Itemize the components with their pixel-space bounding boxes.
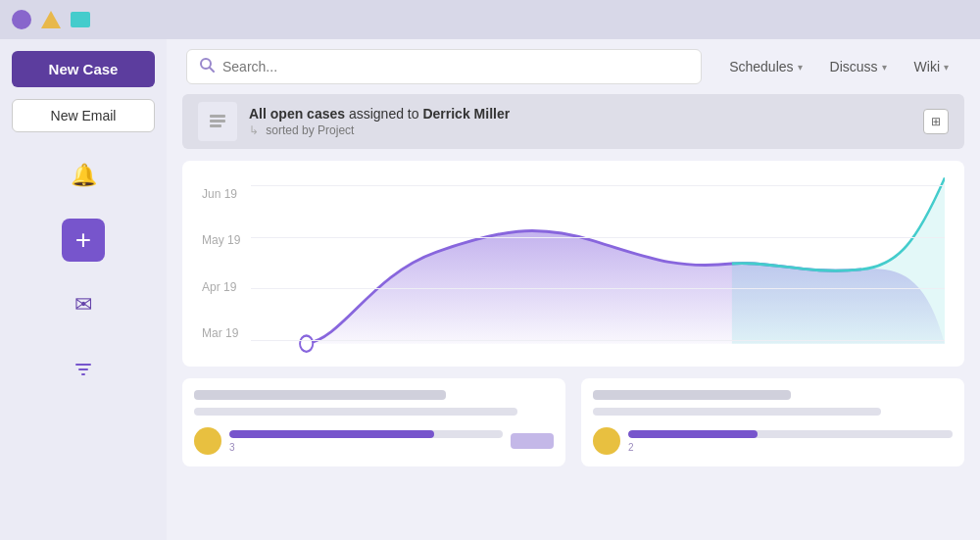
svg-rect-3 (210, 120, 225, 123)
chart-svg (251, 161, 945, 367)
card-1-tag (511, 433, 554, 449)
nav-schedules[interactable]: Schedules ▾ (717, 53, 813, 80)
card-1: 3 (182, 378, 565, 466)
card-1-avatar (194, 427, 221, 455)
top-bar-circle-icon (12, 10, 31, 29)
nav-discuss[interactable]: Discuss ▾ (818, 53, 899, 80)
schedules-chevron-icon: ▾ (798, 62, 803, 73)
chart-labels: Jun 19 May 19 Apr 19 Mar 19 (202, 161, 251, 367)
main-layout: New Case New Email 🔔 + ✉ (0, 39, 980, 540)
sidebar-plus-icon[interactable]: + (62, 219, 105, 262)
sidebar-icons: 🔔 + ✉ (12, 154, 155, 391)
discuss-chevron-icon: ▾ (882, 62, 887, 73)
bottom-cards-row: 3 2 (182, 378, 964, 466)
svg-line-1 (210, 68, 214, 72)
filter-bar: All open cases assigned to Derrick Mille… (182, 94, 964, 149)
new-email-button[interactable]: New Email (12, 99, 155, 132)
filter-main-text: All open cases assigned to Derrick Mille… (249, 106, 510, 122)
sidebar: New Case New Email 🔔 + ✉ (0, 39, 167, 540)
header-bar: Schedules ▾ Discuss ▾ Wiki ▾ (167, 39, 980, 94)
search-bar[interactable] (186, 49, 702, 84)
wiki-chevron-icon: ▾ (944, 62, 949, 73)
card-1-item-row: 3 (194, 427, 554, 455)
search-input[interactable] (222, 59, 689, 74)
sidebar-bell-icon[interactable]: 🔔 (62, 154, 105, 197)
nav-items: Schedules ▾ Discuss ▾ Wiki ▾ (717, 53, 960, 80)
new-case-button[interactable]: New Case (12, 51, 155, 87)
card-1-header (194, 390, 446, 400)
filter-icon-box (198, 102, 237, 141)
chart-label-apr: Apr 19 (202, 280, 251, 294)
chart-grid (251, 161, 945, 367)
card-2-subheader (593, 408, 881, 416)
card-2-progress-bg (628, 430, 953, 438)
content-area: Schedules ▾ Discuss ▾ Wiki ▾ (167, 39, 980, 540)
search-icon (199, 57, 215, 76)
card-2-count: 2 (628, 442, 953, 453)
svg-rect-2 (210, 115, 225, 118)
top-bar-triangle-icon (41, 11, 61, 28)
card-2-progress-fill (628, 430, 758, 438)
filter-grid-button[interactable]: ⊞ (923, 109, 949, 134)
card-2: 2 (581, 378, 964, 466)
chart-label-jun: Jun 19 (202, 187, 251, 201)
card-2-header (593, 390, 791, 400)
card-1-progress-bg (229, 430, 503, 438)
chart-label-mar: Mar 19 (202, 326, 251, 340)
card-1-progress-area: 3 (229, 430, 503, 453)
top-bar-rect-icon (71, 12, 90, 27)
card-1-subheader (194, 408, 517, 416)
top-bar (0, 0, 980, 39)
card-1-progress-fill (229, 430, 434, 438)
chart-teal-fill (732, 178, 945, 344)
chart-start-circle (300, 336, 313, 352)
card-2-progress-area: 2 (628, 430, 953, 453)
card-1-count: 3 (229, 442, 503, 453)
sidebar-filter-icon[interactable] (62, 348, 105, 391)
card-2-item-row: 2 (593, 427, 953, 455)
svg-rect-4 (210, 124, 221, 127)
nav-wiki[interactable]: Wiki ▾ (903, 53, 960, 80)
sidebar-mail-icon[interactable]: ✉ (62, 283, 105, 326)
filter-sub-text: ↳ sorted by Project (249, 123, 510, 137)
card-2-avatar (593, 427, 620, 455)
chart-area: Jun 19 May 19 Apr 19 Mar 19 (182, 161, 964, 367)
filter-text-area: All open cases assigned to Derrick Mille… (249, 106, 510, 137)
chart-label-may: May 19 (202, 233, 251, 247)
filter-arrow-icon: ↳ (249, 123, 259, 137)
